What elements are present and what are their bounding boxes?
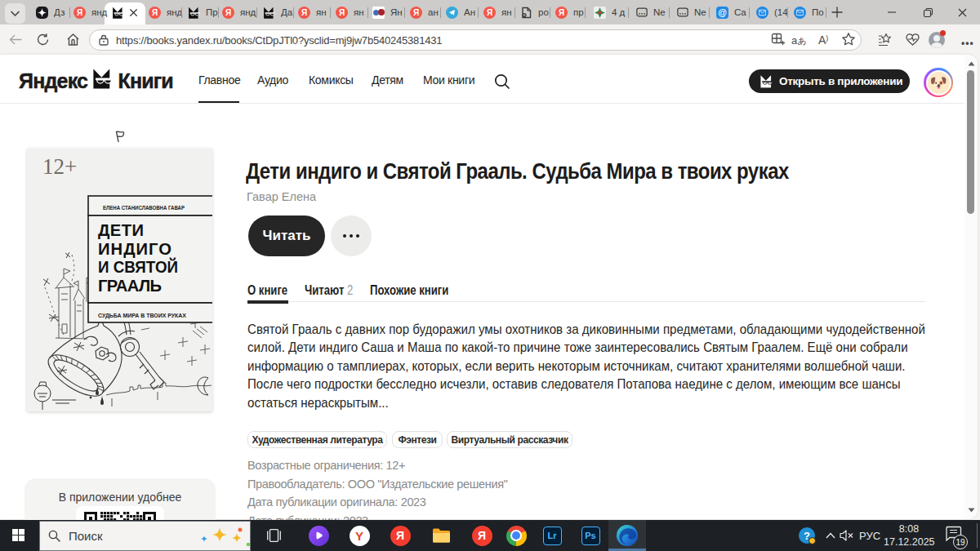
svg-text:ИНДИГО: ИНДИГО xyxy=(98,240,172,258)
svg-text:ГРААЛЬ: ГРААЛЬ xyxy=(98,277,162,295)
svg-text:ЕЛЕНА СТАНИСЛАВОВНА ГАВАР: ЕЛЕНА СТАНИСЛАВОВНА ГАВАР xyxy=(103,204,185,211)
svg-text:СУДЬБА МИРА В ТВОИХ РУКАХ: СУДЬБА МИРА В ТВОИХ РУКАХ xyxy=(98,312,187,319)
svg-text:ДЕТИ: ДЕТИ xyxy=(98,221,144,239)
svg-text:12+: 12+ xyxy=(42,154,77,179)
svg-text:И СВЯТОЙ: И СВЯТОЙ xyxy=(98,256,178,276)
